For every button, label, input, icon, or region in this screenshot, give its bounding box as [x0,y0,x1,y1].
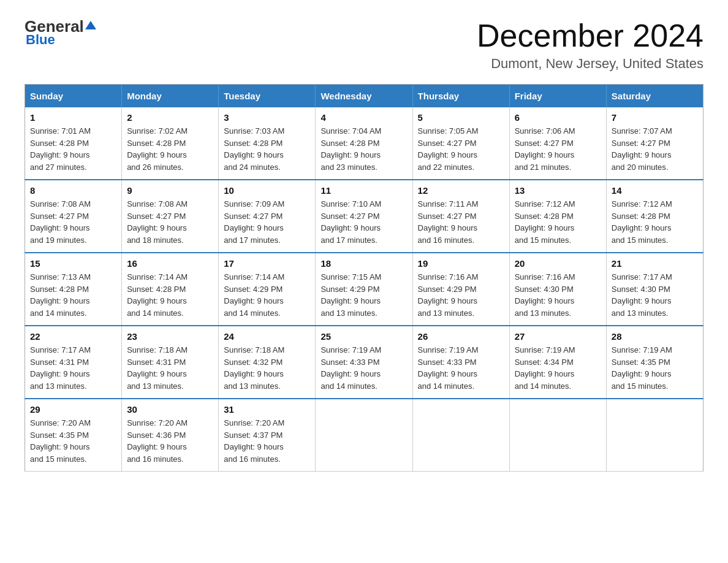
calendar-cell: 8 Sunrise: 7:08 AM Sunset: 4:27 PM Dayli… [25,180,122,253]
day-number: 20 [515,258,601,269]
calendar-cell: 28 Sunrise: 7:19 AM Sunset: 4:35 PM Dayl… [606,326,703,399]
logo: General Blue [25,18,96,48]
day-number: 2 [127,112,213,123]
calendar-cell [509,399,606,472]
calendar-cell: 6 Sunrise: 7:06 AM Sunset: 4:27 PM Dayli… [509,107,606,180]
day-info: Sunrise: 7:20 AM Sunset: 4:37 PM Dayligh… [224,417,310,465]
day-info: Sunrise: 7:15 AM Sunset: 4:29 PM Dayligh… [320,271,407,319]
day-info: Sunrise: 7:13 AM Sunset: 4:28 PM Dayligh… [30,271,116,319]
header-saturday: Saturday [606,85,703,108]
calendar-table: SundayMondayTuesdayWednesdayThursdayFrid… [25,84,703,472]
day-info: Sunrise: 7:19 AM Sunset: 4:34 PM Dayligh… [515,344,601,392]
calendar-cell: 4 Sunrise: 7:04 AM Sunset: 4:28 PM Dayli… [316,107,412,180]
calendar-cell: 5 Sunrise: 7:05 AM Sunset: 4:27 PM Dayli… [412,107,509,180]
day-number: 19 [418,258,504,269]
header-sunday: Sunday [25,85,122,108]
day-number: 8 [30,185,116,196]
calendar-cell: 29 Sunrise: 7:20 AM Sunset: 4:35 PM Dayl… [25,399,122,472]
day-info: Sunrise: 7:02 AM Sunset: 4:28 PM Dayligh… [127,125,213,173]
day-number: 14 [612,185,698,196]
calendar-week-row: 22 Sunrise: 7:17 AM Sunset: 4:31 PM Dayl… [25,326,703,399]
day-info: Sunrise: 7:19 AM Sunset: 4:33 PM Dayligh… [418,344,504,392]
calendar-cell: 30 Sunrise: 7:20 AM Sunset: 4:36 PM Dayl… [122,399,219,472]
calendar-cell: 2 Sunrise: 7:02 AM Sunset: 4:28 PM Dayli… [122,107,219,180]
calendar-cell: 9 Sunrise: 7:08 AM Sunset: 4:27 PM Dayli… [122,180,219,253]
calendar-cell: 1 Sunrise: 7:01 AM Sunset: 4:28 PM Dayli… [25,107,122,180]
calendar-cell [412,399,509,472]
calendar-cell: 26 Sunrise: 7:19 AM Sunset: 4:33 PM Dayl… [412,326,509,399]
day-number: 5 [418,112,504,123]
calendar-header-row: SundayMondayTuesdayWednesdayThursdayFrid… [25,85,703,108]
calendar-cell: 3 Sunrise: 7:03 AM Sunset: 4:28 PM Dayli… [219,107,316,180]
calendar-cell: 17 Sunrise: 7:14 AM Sunset: 4:29 PM Dayl… [219,253,316,326]
calendar-cell: 15 Sunrise: 7:13 AM Sunset: 4:28 PM Dayl… [25,253,122,326]
day-info: Sunrise: 7:17 AM Sunset: 4:31 PM Dayligh… [30,344,116,392]
day-number: 23 [127,331,213,342]
day-info: Sunrise: 7:03 AM Sunset: 4:28 PM Dayligh… [224,125,310,173]
day-info: Sunrise: 7:16 AM Sunset: 4:30 PM Dayligh… [515,271,601,319]
calendar-cell: 23 Sunrise: 7:18 AM Sunset: 4:31 PM Dayl… [122,326,219,399]
day-number: 24 [224,331,310,342]
calendar-cell: 22 Sunrise: 7:17 AM Sunset: 4:31 PM Dayl… [25,326,122,399]
day-info: Sunrise: 7:07 AM Sunset: 4:27 PM Dayligh… [612,125,698,173]
header-thursday: Thursday [412,85,509,108]
calendar-cell: 18 Sunrise: 7:15 AM Sunset: 4:29 PM Dayl… [316,253,412,326]
day-number: 6 [515,112,601,123]
day-number: 17 [224,258,310,269]
day-info: Sunrise: 7:08 AM Sunset: 4:27 PM Dayligh… [30,198,116,246]
day-number: 29 [30,404,116,415]
day-number: 10 [224,185,310,196]
logo-blue-text: Blue [26,32,55,48]
day-number: 22 [30,331,116,342]
calendar-cell: 13 Sunrise: 7:12 AM Sunset: 4:28 PM Dayl… [509,180,606,253]
day-info: Sunrise: 7:12 AM Sunset: 4:28 PM Dayligh… [612,198,698,246]
day-number: 9 [127,185,213,196]
day-info: Sunrise: 7:18 AM Sunset: 4:31 PM Dayligh… [127,344,213,392]
day-number: 30 [127,404,213,415]
day-info: Sunrise: 7:17 AM Sunset: 4:30 PM Dayligh… [612,271,698,319]
day-info: Sunrise: 7:10 AM Sunset: 4:27 PM Dayligh… [320,198,407,246]
day-number: 15 [30,258,116,269]
page-header: General Blue December 2024 Dumont, New J… [25,18,703,72]
calendar-cell: 21 Sunrise: 7:17 AM Sunset: 4:30 PM Dayl… [606,253,703,326]
calendar-week-row: 15 Sunrise: 7:13 AM Sunset: 4:28 PM Dayl… [25,253,703,326]
day-info: Sunrise: 7:20 AM Sunset: 4:35 PM Dayligh… [30,417,116,465]
day-info: Sunrise: 7:16 AM Sunset: 4:29 PM Dayligh… [418,271,504,319]
calendar-cell: 19 Sunrise: 7:16 AM Sunset: 4:29 PM Dayl… [412,253,509,326]
calendar-cell: 31 Sunrise: 7:20 AM Sunset: 4:37 PM Dayl… [219,399,316,472]
day-number: 18 [320,258,407,269]
calendar-cell: 12 Sunrise: 7:11 AM Sunset: 4:27 PM Dayl… [412,180,509,253]
calendar-cell: 14 Sunrise: 7:12 AM Sunset: 4:28 PM Dayl… [606,180,703,253]
day-number: 28 [612,331,698,342]
day-info: Sunrise: 7:04 AM Sunset: 4:28 PM Dayligh… [320,125,407,173]
day-info: Sunrise: 7:08 AM Sunset: 4:27 PM Dayligh… [127,198,213,246]
calendar-cell: 25 Sunrise: 7:19 AM Sunset: 4:33 PM Dayl… [316,326,412,399]
calendar-cell [316,399,412,472]
day-number: 12 [418,185,504,196]
day-info: Sunrise: 7:14 AM Sunset: 4:29 PM Dayligh… [224,271,310,319]
calendar-week-row: 8 Sunrise: 7:08 AM Sunset: 4:27 PM Dayli… [25,180,703,253]
day-number: 3 [224,112,310,123]
logo-triangle-icon [85,20,96,31]
day-info: Sunrise: 7:19 AM Sunset: 4:33 PM Dayligh… [320,344,407,392]
calendar-cell: 10 Sunrise: 7:09 AM Sunset: 4:27 PM Dayl… [219,180,316,253]
day-number: 1 [30,112,116,123]
calendar-week-row: 1 Sunrise: 7:01 AM Sunset: 4:28 PM Dayli… [25,107,703,180]
calendar-cell [606,399,703,472]
calendar-cell: 7 Sunrise: 7:07 AM Sunset: 4:27 PM Dayli… [606,107,703,180]
day-number: 13 [515,185,601,196]
day-info: Sunrise: 7:05 AM Sunset: 4:27 PM Dayligh… [418,125,504,173]
header-wednesday: Wednesday [316,85,412,108]
day-number: 31 [224,404,310,415]
header-tuesday: Tuesday [219,85,316,108]
day-info: Sunrise: 7:14 AM Sunset: 4:28 PM Dayligh… [127,271,213,319]
calendar-cell: 24 Sunrise: 7:18 AM Sunset: 4:32 PM Dayl… [219,326,316,399]
day-number: 26 [418,331,504,342]
day-number: 27 [515,331,601,342]
day-info: Sunrise: 7:11 AM Sunset: 4:27 PM Dayligh… [418,198,504,246]
day-number: 16 [127,258,213,269]
calendar-subtitle: Dumont, New Jersey, United States [477,56,703,72]
day-number: 25 [320,331,407,342]
header-friday: Friday [509,85,606,108]
header-monday: Monday [122,85,219,108]
